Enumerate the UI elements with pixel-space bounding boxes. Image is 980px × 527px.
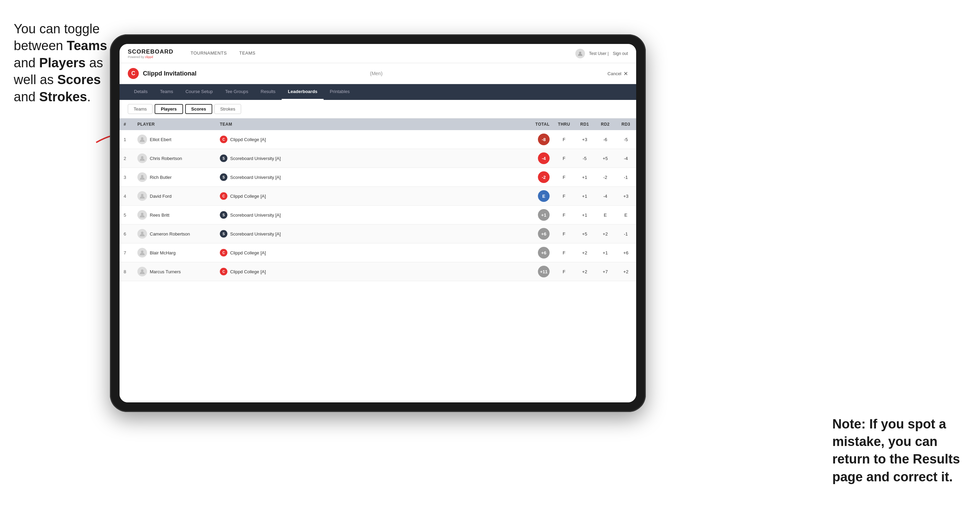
thru-cell: F	[554, 243, 574, 262]
score-badge: -8	[538, 133, 550, 145]
annotation-bold-teams: Teams	[67, 38, 107, 53]
rd2-cell: +1	[595, 243, 616, 262]
toggle-players[interactable]: Players	[154, 104, 183, 114]
player-name: Elliot Ebert	[150, 137, 172, 142]
thru-cell: F	[554, 262, 574, 281]
toggle-bar: Teams Players Scores Strokes	[119, 100, 636, 119]
nav-tournaments[interactable]: TOURNAMENTS	[185, 44, 233, 63]
col-team: TEAM	[216, 119, 526, 130]
tab-details[interactable]: Details	[128, 84, 154, 100]
nav-teams[interactable]: TEAMS	[233, 44, 261, 63]
score-badge: +11	[538, 266, 550, 278]
col-player: PLAYER	[133, 119, 216, 130]
rd3-cell: -1	[616, 225, 636, 243]
thru-cell: F	[554, 225, 574, 243]
rd3-cell: E	[616, 206, 636, 225]
team-name: Clippd College [A]	[230, 250, 266, 256]
cancel-button[interactable]: Cancel ✕	[608, 70, 628, 77]
table-header-row: # PLAYER TEAM TOTAL THRU RD1 RD2 RD3	[119, 119, 636, 130]
rank-cell: 8	[119, 262, 133, 281]
tab-leaderboards[interactable]: Leaderboards	[282, 84, 324, 100]
col-thru: THRU	[554, 119, 574, 130]
player-avatar	[137, 210, 147, 220]
annotation-bold-strokes: Strokes	[39, 90, 87, 104]
player-avatar	[137, 267, 147, 276]
toggle-strokes[interactable]: Strokes	[214, 104, 241, 114]
table-row[interactable]: 5 Rees Britt S Scoreboard University [A]…	[119, 206, 636, 225]
sign-out-link[interactable]: Sign out	[613, 51, 628, 56]
tab-tee-groups[interactable]: Tee Groups	[219, 84, 255, 100]
toggle-scores[interactable]: Scores	[185, 104, 212, 114]
rd2-cell: -2	[595, 168, 616, 187]
total-cell: -8	[526, 130, 554, 149]
tab-printables[interactable]: Printables	[324, 84, 356, 100]
table-row[interactable]: 1 Elliot Ebert C Clippd College [A] -8F+…	[119, 130, 636, 149]
team-logo: S	[220, 154, 228, 162]
logo-area: SCOREBOARD Powered by clippd	[128, 48, 173, 59]
nav-right: Test User | Sign out	[575, 49, 628, 58]
player-cell: Chris Robertson	[133, 149, 216, 168]
annotation-line1: You can toggle	[14, 22, 100, 36]
leaderboard-table: # PLAYER TEAM TOTAL THRU RD1 RD2 RD3 1	[119, 119, 636, 402]
svg-point-4	[141, 175, 143, 178]
left-annotation: You can toggle between Teams and Players…	[14, 21, 110, 105]
close-icon: ✕	[624, 70, 628, 77]
team-name: Clippd College [A]	[230, 137, 266, 142]
col-rd2: RD2	[595, 119, 616, 130]
thru-cell: F	[554, 130, 574, 149]
rank-cell: 7	[119, 243, 133, 262]
annotation-bold-scores: Scores	[57, 73, 101, 87]
rd3-cell: -4	[616, 149, 636, 168]
svg-point-9	[141, 270, 143, 272]
team-logo: S	[220, 230, 228, 238]
player-name: Chris Robertson	[150, 156, 182, 161]
score-badge: -4	[538, 152, 550, 164]
tablet-screen: SCOREBOARD Powered by clippd TOURNAMENTS…	[119, 44, 636, 402]
score-badge: E	[538, 190, 550, 202]
team-cell: C Clippd College [A]	[216, 130, 526, 149]
player-cell: Marcus Turners	[133, 262, 216, 281]
tournament-title: Clippd Invitational	[143, 70, 368, 77]
table-row[interactable]: 4 David Ford C Clippd College [A] EF+1-4…	[119, 187, 636, 206]
table-row[interactable]: 3 Rich Butler S Scoreboard University [A…	[119, 168, 636, 187]
sub-nav: Details Teams Course Setup Tee Groups Re…	[119, 84, 636, 100]
table-row[interactable]: 7 Blair McHarg C Clippd College [A] +6F+…	[119, 243, 636, 262]
player-avatar	[137, 191, 147, 201]
total-cell: +1	[526, 206, 554, 225]
tab-teams[interactable]: Teams	[154, 84, 179, 100]
player-avatar	[137, 229, 147, 239]
thru-cell: F	[554, 149, 574, 168]
svg-point-7	[141, 232, 143, 234]
logo-text: SCOREBOARD	[128, 48, 173, 55]
team-logo: S	[220, 211, 228, 219]
team-name: Scoreboard University [A]	[230, 232, 281, 237]
rd1-cell: +1	[574, 187, 595, 206]
tab-results[interactable]: Results	[255, 84, 282, 100]
players-table: # PLAYER TEAM TOTAL THRU RD1 RD2 RD3 1	[119, 119, 636, 281]
rank-cell: 4	[119, 187, 133, 206]
svg-point-2	[141, 137, 143, 140]
col-total: TOTAL	[526, 119, 554, 130]
col-rd1: RD1	[574, 119, 595, 130]
tab-course-setup[interactable]: Course Setup	[179, 84, 219, 100]
total-cell: +6	[526, 243, 554, 262]
tournament-header: C Clippd Invitational (Men) Cancel ✕	[119, 63, 636, 84]
player-cell: Blair McHarg	[133, 243, 216, 262]
rd2-cell: +2	[595, 225, 616, 243]
rd3-cell: +6	[616, 243, 636, 262]
team-cell: C Clippd College [A]	[216, 243, 526, 262]
col-rd3: RD3	[616, 119, 636, 130]
player-avatar	[137, 135, 147, 144]
table-row[interactable]: 2 Chris Robertson S Scoreboard Universit…	[119, 149, 636, 168]
score-badge: +1	[538, 209, 550, 221]
team-name: Clippd College [A]	[230, 194, 266, 199]
toggle-teams[interactable]: Teams	[128, 104, 153, 114]
total-cell: +6	[526, 225, 554, 243]
rd1-cell: +3	[574, 130, 595, 149]
svg-point-6	[141, 213, 143, 215]
team-logo: C	[220, 136, 228, 143]
table-row[interactable]: 8 Marcus Turners C Clippd College [A] +1…	[119, 262, 636, 281]
rd3-cell: +3	[616, 187, 636, 206]
table-row[interactable]: 6 Cameron Robertson S Scoreboard Univers…	[119, 225, 636, 243]
thru-cell: F	[554, 206, 574, 225]
